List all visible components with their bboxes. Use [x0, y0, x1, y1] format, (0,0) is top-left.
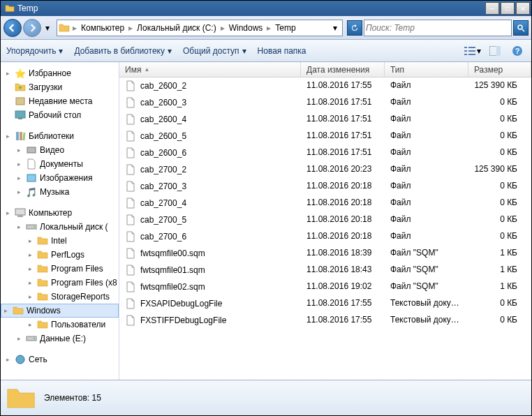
breadcrumb-item[interactable]: Windows: [228, 23, 265, 33]
navigation-tree[interactable]: ▸⭐Избранное Загрузки Недавние места Рабо…: [1, 62, 119, 380]
tree-drive-c[interactable]: ▸Локальный диск (: [1, 220, 119, 234]
drive-icon: [26, 333, 37, 344]
file-row[interactable]: cab_2600_4 11.08.2016 17:51 Файл 0 КБ: [119, 111, 531, 128]
svg-point-25: [16, 355, 24, 364]
file-row[interactable]: cab_2700_6 11.08.2016 20:18 Файл 0 КБ: [119, 228, 531, 245]
address-bar[interactable]: ▸ Компьютер ▸ Локальный диск (C:) ▸ Wind…: [57, 20, 343, 36]
tree-desktop[interactable]: Рабочий стол: [1, 108, 119, 122]
tree-folder[interactable]: ▸Пользователи: [1, 318, 119, 332]
svg-rect-8: [496, 46, 501, 56]
file-row[interactable]: FXSTIFFDebugLogFile 11.08.2016 17:55 Тек…: [119, 312, 531, 329]
main-area: ▸⭐Избранное Загрузки Недавние места Рабо…: [1, 62, 531, 380]
back-button[interactable]: [3, 19, 22, 37]
share-menu[interactable]: Общий доступ ▾: [183, 46, 246, 56]
organize-menu[interactable]: Упорядочить ▾: [6, 46, 63, 56]
file-row[interactable]: fwtsqmfile01.sqm 11.08.2016 18:43 Файл "…: [119, 262, 531, 278]
desktop-icon: [15, 110, 26, 121]
file-icon: [125, 198, 136, 209]
file-list: Имя ▲ Дата изменения Тип Размер cab_2600…: [119, 62, 531, 380]
file-rows[interactable]: cab_2600_2 11.08.2016 17:55 Файл 125 390…: [119, 77, 531, 380]
recent-icon: [15, 96, 26, 107]
tree-folder[interactable]: ▸PerfLogs: [1, 248, 119, 262]
file-row[interactable]: cab_2700_2 11.08.2016 20:23 Файл 125 390…: [119, 161, 531, 178]
view-options-button[interactable]: ▾: [464, 43, 481, 59]
tree-computer[interactable]: ▸Компьютер: [1, 206, 119, 220]
folder-icon: [37, 263, 48, 274]
tree-folder[interactable]: ▸Windows: [1, 304, 119, 318]
folder-icon: [37, 319, 48, 330]
help-button[interactable]: ?: [509, 43, 526, 59]
file-row[interactable]: cab_2700_4 11.08.2016 20:18 Файл 0 КБ: [119, 195, 531, 211]
tree-downloads[interactable]: Загрузки: [1, 80, 119, 94]
drive-icon: [26, 221, 37, 232]
tree-folder[interactable]: ▸Program Files: [1, 262, 119, 276]
forward-button[interactable]: [23, 19, 41, 37]
video-icon: [26, 144, 37, 156]
address-dropdown[interactable]: ▾: [330, 23, 341, 33]
breadcrumb-item[interactable]: Temp: [274, 23, 297, 33]
column-date[interactable]: Дата изменения: [301, 62, 385, 77]
chevron-right-icon: ▸: [221, 23, 225, 33]
search-input[interactable]: [366, 23, 510, 33]
refresh-button[interactable]: [347, 20, 362, 36]
column-name[interactable]: Имя ▲: [119, 62, 301, 77]
tree-videos[interactable]: ▸Видео: [1, 143, 119, 157]
preview-pane-button[interactable]: [487, 43, 503, 59]
file-row[interactable]: cab_2600_3 11.08.2016 17:51 Файл 0 КБ: [119, 94, 531, 111]
svg-rect-1: [464, 47, 467, 48]
close-button[interactable]: ✕: [516, 2, 530, 15]
svg-point-24: [34, 338, 35, 339]
folder-icon: [37, 249, 48, 260]
chevron-down-icon: ▾: [168, 46, 172, 56]
tree-favorites[interactable]: ▸⭐Избранное: [1, 66, 119, 80]
include-library-menu[interactable]: Добавить в библиотеку ▾: [74, 46, 172, 56]
folder-large-icon: [6, 385, 36, 410]
breadcrumb-item[interactable]: Компьютер: [80, 23, 126, 33]
file-icon: [125, 298, 136, 309]
maximize-button[interactable]: □: [501, 2, 515, 15]
file-row[interactable]: cab_2700_3 11.08.2016 20:18 Файл 0 КБ: [119, 178, 531, 195]
column-size[interactable]: Размер: [468, 62, 531, 77]
svg-rect-18: [27, 174, 36, 181]
titlebar: Temp ─ □ ✕: [1, 1, 531, 16]
file-row[interactable]: cab_2600_5 11.08.2016 17:51 Файл 0 КБ: [119, 128, 531, 144]
tree-drive-e[interactable]: ▸Данные (E:): [1, 332, 119, 346]
folder-icon: [13, 305, 24, 316]
svg-rect-20: [17, 215, 23, 217]
tree-network[interactable]: ▸Сеть: [1, 352, 119, 366]
file-row[interactable]: fwtsqmfile00.sqm 11.08.2016 18:39 Файл "…: [119, 245, 531, 262]
tree-music[interactable]: ▸🎵Музыка: [1, 185, 119, 199]
tree-folder[interactable]: ▸Program Files (x8: [1, 276, 119, 290]
tree-folder[interactable]: ▸StorageReports: [1, 290, 119, 304]
minimize-button[interactable]: ─: [485, 2, 499, 15]
file-row[interactable]: fwtsqmfile02.sqm 11.08.2016 19:02 Файл "…: [119, 278, 531, 295]
nav-history-dropdown[interactable]: ▾: [43, 19, 52, 37]
svg-rect-15: [20, 132, 22, 140]
file-row[interactable]: FXSAPIDebugLogFile 11.08.2016 17:55 Текс…: [119, 295, 531, 312]
tree-pictures[interactable]: ▸Изображения: [1, 171, 119, 185]
file-icon: [125, 80, 136, 91]
search-button[interactable]: [513, 20, 529, 36]
file-icon: [125, 164, 136, 175]
column-type[interactable]: Тип: [385, 62, 468, 77]
folder-icon: [37, 235, 48, 246]
folder-icon: [37, 291, 48, 302]
svg-rect-3: [464, 50, 467, 52]
tree-documents[interactable]: ▸Документы: [1, 157, 119, 171]
tree-libraries[interactable]: ▸Библиотеки: [1, 129, 119, 143]
tree-folder[interactable]: ▸Intel: [1, 234, 119, 248]
tree-recent[interactable]: Недавние места: [1, 94, 119, 108]
search-box[interactable]: [364, 20, 512, 36]
file-icon: [125, 265, 136, 276]
breadcrumb-item[interactable]: Локальный диск (C:): [135, 23, 218, 33]
music-icon: 🎵: [26, 186, 37, 198]
folder-icon: [37, 277, 48, 288]
file-row[interactable]: cab_2700_5 11.08.2016 20:18 Файл 0 КБ: [119, 211, 531, 228]
new-folder-button[interactable]: Новая папка: [258, 46, 306, 56]
file-row[interactable]: cab_2600_2 11.08.2016 17:55 Файл 125 390…: [119, 77, 531, 94]
file-row[interactable]: cab_2600_6 11.08.2016 17:51 Файл 0 КБ: [119, 144, 531, 161]
column-headers: Имя ▲ Дата изменения Тип Размер: [119, 62, 531, 77]
svg-text:?: ?: [515, 47, 520, 55]
file-icon: [125, 114, 136, 125]
chevron-right-icon: ▸: [73, 23, 77, 33]
